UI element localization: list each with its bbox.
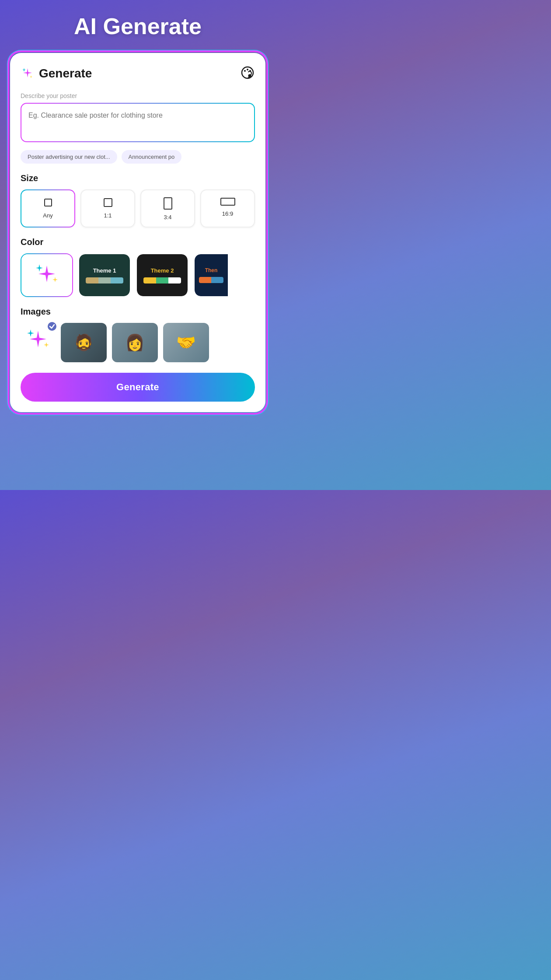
- sparkle-icon: [21, 66, 35, 80]
- svg-rect-5: [45, 199, 52, 206]
- svg-point-2: [247, 69, 248, 70]
- suggestion-chip-0[interactable]: Poster advertising our new clot...: [21, 150, 117, 164]
- color-option-ai[interactable]: [21, 253, 73, 297]
- check-icon: [49, 323, 55, 329]
- color-options: Theme 1 Theme 2 Then: [21, 253, 255, 297]
- size-label-3-4: 3:4: [164, 214, 171, 220]
- generate-button[interactable]: Generate: [21, 373, 255, 402]
- size-icon-any: [42, 196, 54, 209]
- theme1-colors: [86, 277, 123, 284]
- size-option-16-9[interactable]: 16:9: [200, 189, 255, 228]
- page-title: AI Generate: [74, 13, 202, 39]
- person-photo-1[interactable]: 🧔: [61, 323, 107, 362]
- palette-button[interactable]: [240, 65, 255, 82]
- main-card: Generate Describe your poster Poster adv…: [9, 52, 267, 413]
- describe-label: Describe your poster: [21, 92, 255, 99]
- person-icon-1: 🧔: [61, 323, 107, 362]
- person-photo-3[interactable]: 🤝: [163, 323, 209, 362]
- suggestion-chip-1[interactable]: Announcement po: [122, 150, 182, 164]
- svg-rect-7: [164, 198, 172, 209]
- size-icon-1-1: [102, 196, 114, 209]
- theme1-label: Theme 1: [93, 267, 116, 274]
- suggestions-row: Poster advertising our new clot... Annou…: [21, 150, 255, 164]
- size-label-any: Any: [43, 212, 52, 219]
- card-header: Generate: [21, 65, 255, 82]
- ai-image-sparkle: [23, 327, 53, 358]
- theme3-colors: [199, 277, 223, 283]
- size-option-any[interactable]: Any: [21, 189, 75, 228]
- theme2-label: Theme 2: [151, 267, 174, 274]
- card-title: Generate: [39, 66, 92, 80]
- size-section-title: Size: [21, 173, 255, 183]
- person-icon-2: 👩: [112, 323, 158, 362]
- person-icon-3: 🤝: [163, 323, 209, 362]
- color-option-theme1[interactable]: Theme 1: [78, 253, 131, 297]
- images-section: Images 🧔 👩: [21, 307, 255, 362]
- person-photo-2[interactable]: 👩: [112, 323, 158, 362]
- size-label-1-1: 1:1: [104, 212, 112, 219]
- color-option-theme3[interactable]: Then: [194, 253, 229, 297]
- theme2-colors: [143, 277, 181, 284]
- size-option-3-4[interactable]: 3:4: [140, 189, 195, 228]
- svg-rect-8: [221, 198, 235, 205]
- image-option-ai[interactable]: [21, 323, 56, 362]
- size-icon-16-9: [220, 196, 236, 207]
- color-section-title: Color: [21, 237, 255, 247]
- svg-point-4: [248, 74, 251, 77]
- svg-point-1: [244, 70, 246, 72]
- size-label-16-9: 16:9: [222, 210, 233, 217]
- palette-icon: [240, 65, 255, 80]
- svg-rect-6: [104, 199, 112, 206]
- images-row: 🧔 👩 🤝: [21, 323, 255, 362]
- size-options: Any 1:1 3:4: [21, 189, 255, 228]
- ai-sparkle-icon: [31, 262, 62, 288]
- theme3-label: Then: [205, 267, 218, 273]
- color-option-theme2[interactable]: Theme 2: [136, 253, 188, 297]
- images-section-title: Images: [21, 307, 255, 317]
- poster-description-input[interactable]: [21, 103, 255, 142]
- size-option-1-1[interactable]: 1:1: [80, 189, 135, 228]
- card-header-left: Generate: [21, 66, 92, 80]
- size-icon-3-4: [162, 196, 174, 210]
- ai-selected-badge: [47, 321, 57, 332]
